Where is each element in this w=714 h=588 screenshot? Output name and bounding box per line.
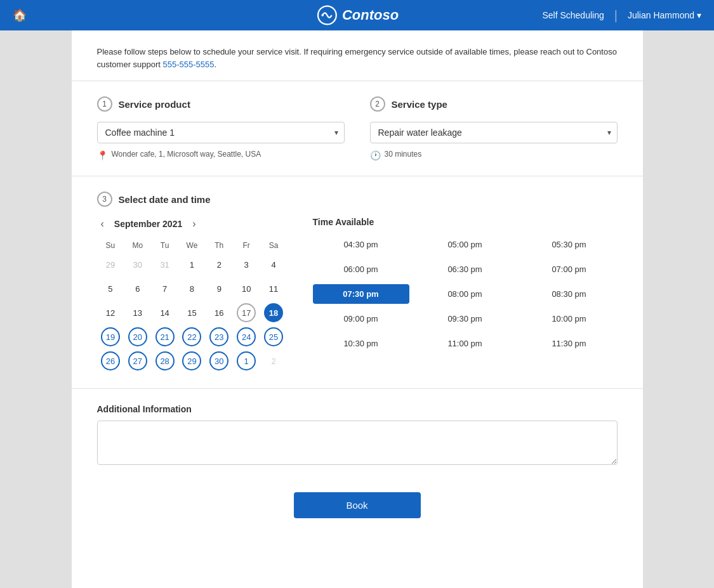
calendar-next-button[interactable]: › [188,217,199,231]
calendar-day[interactable]: 14 [155,303,175,322]
step2-title: Service type [392,99,447,110]
time-slot-button[interactable]: 06:00 pm [313,259,409,279]
time-slot-button[interactable]: 09:30 pm [417,309,513,329]
calendar-day[interactable]: 25 [264,327,283,346]
calendar-day[interactable]: 1 [237,351,256,370]
user-menu[interactable]: Julian Hammond ▾ [628,10,701,20]
calendar-day[interactable]: 12 [101,303,120,322]
calendar-cell: 11 [260,277,288,301]
calendar-day[interactable]: 8 [182,279,201,298]
time-slot-button[interactable]: 09:00 pm [313,309,409,329]
time-slot-button[interactable]: 08:00 pm [417,284,513,304]
calendar-day[interactable]: 4 [264,255,283,274]
calendar-cell: 29 [178,349,206,373]
time-slot-button[interactable]: 07:30 pm [313,284,409,304]
calendar-day[interactable]: 2 [209,255,228,274]
header: 🏠 Contoso Self Scheduling | Julian Hammo… [0,0,714,30]
calendar-cell: 31 [151,252,178,277]
time-slot-button[interactable]: 10:30 pm [313,334,409,353]
calendar-cell: 29 [97,252,124,277]
time-slot-button[interactable]: 11:00 pm [417,334,513,353]
service-product-select[interactable]: Coffee machine 1 Coffee machine 2 Coffee… [97,122,345,143]
time-slot-button[interactable]: 07:00 pm [521,259,618,279]
user-name: Julian Hammond [628,10,694,20]
step2-number: 2 [370,96,385,112]
calendar-day[interactable]: 15 [182,303,201,322]
calendar-day[interactable]: 5 [101,279,120,298]
calendar-day: 29 [101,255,120,274]
svg-point-1 [321,14,324,16]
calendar-cell: 23 [206,325,233,349]
calendar-day[interactable]: 26 [101,351,120,370]
calendar-cell: 18 [260,301,288,325]
calendar-cell: 27 [124,349,151,373]
calendar-day[interactable]: 9 [209,279,228,298]
calendar-day[interactable]: 29 [182,351,201,370]
address-text: Wonder cafe, 1, Microsoft way, Seattle, … [112,150,261,159]
calendar-cell: 4 [260,252,288,277]
calendar-day[interactable]: 20 [128,327,147,346]
service-section: 1 Service product Coffee machine 1 Coffe… [72,81,643,176]
calendar-cell: 2 [260,349,288,373]
time-available-header: Time Available [313,217,618,227]
time-slot-button[interactable]: 11:30 pm [521,334,618,353]
calendar-day[interactable]: 6 [128,279,147,298]
calendar-cell: 17 [233,301,260,325]
calendar-prev-button[interactable]: ‹ [97,217,108,231]
time-slot-button[interactable]: 05:00 pm [417,235,513,254]
calendar-day[interactable]: 22 [182,327,201,346]
calendar-cell: 25 [260,325,288,349]
calendar-day[interactable]: 28 [155,351,175,370]
time-slot-button[interactable]: 10:00 pm [521,309,618,329]
intro-section: Please follow steps below to schedule yo… [72,30,643,81]
calendar-cell: 30 [206,349,233,373]
time-slot-button[interactable]: 08:30 pm [521,284,618,304]
cal-dow-sa: Sa [260,238,288,252]
home-icon[interactable]: 🏠 [13,8,27,22]
calendar-day[interactable]: 1 [182,255,201,274]
cal-dow-tu: Tu [151,238,178,252]
time-col: Time Available 04:30 pm05:00 pm05:30 pm0… [313,217,618,353]
calendar-day[interactable]: 19 [101,327,120,346]
service-type-select[interactable]: Repair water leakage General maintenance… [370,122,618,143]
calendar-day[interactable]: 16 [209,303,228,322]
additional-textarea[interactable] [97,421,618,465]
service-product-col: 1 Service product Coffee machine 1 Coffe… [97,96,345,160]
calendar-cell: 9 [206,277,233,301]
calendar-day[interactable]: 27 [128,351,147,370]
calendar-cell: 24 [233,325,260,349]
user-chevron-icon: ▾ [697,10,701,20]
calendar-day[interactable]: 13 [128,303,147,322]
book-button[interactable]: Book [294,492,421,518]
calendar-day[interactable]: 7 [155,279,175,298]
calendar-day[interactable]: 30 [209,351,228,370]
calendar-cell: 30 [124,252,151,277]
cal-dow-we: We [178,238,206,252]
calendar-cell: 15 [178,301,206,325]
calendar-cell: 19 [97,325,124,349]
support-phone-link[interactable]: 555-555-5555 [163,60,215,69]
calendar-day[interactable]: 3 [237,255,256,274]
step1-header: 1 Service product [97,96,345,112]
calendar-grid: Su Mo Tu We Th Fr Sa 2930311234567891011… [97,238,288,373]
time-slot-button[interactable]: 04:30 pm [313,235,409,254]
calendar-day[interactable]: 17 [237,303,256,322]
calendar-cell: 7 [151,277,178,301]
calendar-day[interactable]: 18 [264,303,283,322]
calendar-cell: 1 [178,252,206,277]
header-right: Self Scheduling | Julian Hammond ▾ [542,8,701,23]
logo-text: Contoso [342,7,399,23]
time-slot-button[interactable]: 06:30 pm [417,259,513,279]
time-grid: 04:30 pm05:00 pm05:30 pm06:00 pm06:30 pm… [313,235,618,353]
calendar-day[interactable]: 11 [264,279,283,298]
location-icon: 📍 [97,150,108,160]
calendar-day[interactable]: 24 [237,327,256,346]
calendar-day[interactable]: 21 [155,327,175,346]
calendar-day[interactable]: 23 [209,327,228,346]
calendar-row: 262728293012 [97,349,288,373]
calendar-day[interactable]: 10 [237,279,256,298]
logo: Contoso [315,4,399,27]
calendar-cell: 3 [233,252,260,277]
time-slot-button[interactable]: 05:30 pm [521,235,618,254]
datetime-section: 3 Select date and time ‹ September 2021 … [72,176,643,389]
